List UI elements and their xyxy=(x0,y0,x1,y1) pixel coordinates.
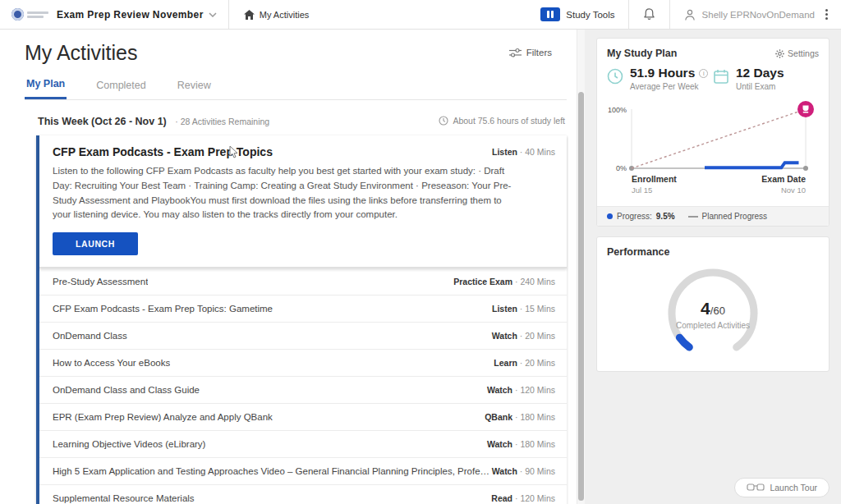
user-menu[interactable]: Shelly EPRNovOnDemand xyxy=(670,0,841,29)
info-icon[interactable]: i xyxy=(699,69,708,78)
activity-title: OnDemand Class xyxy=(53,331,127,341)
right-panel: My Study Plan Settings xyxy=(585,30,841,504)
filters-button[interactable]: Filters xyxy=(509,48,552,57)
glasses-icon xyxy=(747,483,765,492)
study-plan-stats: 51.9 Hours i Average Per Week 12 Da xyxy=(597,64,829,96)
chevron-down-icon[interactable] xyxy=(209,12,217,17)
svg-text:Nov 10: Nov 10 xyxy=(781,186,806,195)
activity-title: CFP Exam Podcasts - Exam Prep Topics xyxy=(53,145,555,158)
activity-title: Pre-Study Assessment xyxy=(53,277,148,286)
activity-title: CFP Exam Podcasts - Exam Prep Topics: Ga… xyxy=(53,304,273,314)
activities-main: My Activities Filters My Plan Completed … xyxy=(0,30,585,504)
activity-row[interactable]: How to Access Your eBooksLearn 20 Mins xyxy=(39,350,567,377)
notifications-button[interactable] xyxy=(629,0,669,29)
tab-review[interactable]: Review xyxy=(176,78,213,99)
stat-hours-per-week: 51.9 Hours i Average Per Week xyxy=(607,66,713,91)
launch-tour-button[interactable]: Launch Tour xyxy=(734,478,830,497)
activity-title: Supplemental Resource Materials xyxy=(53,493,195,503)
activity-title: High 5 Exam Application and Testing Appr… xyxy=(53,466,492,476)
activity-meta: Listen 15 Mins xyxy=(492,304,555,314)
kebab-menu-icon[interactable] xyxy=(825,9,828,20)
scrollbar-thumb[interactable] xyxy=(578,92,584,501)
actual-progress-line xyxy=(705,163,799,167)
gauge-readout: 4/60 Completed Activities xyxy=(597,299,829,330)
activity-meta: Watch 120 Mins xyxy=(487,385,555,395)
page-title: My Activities xyxy=(25,41,567,65)
product-switcher[interactable]: Exam Prep Review November xyxy=(57,9,204,21)
study-progress-chart: 100% 0% Enrollment Jul 15 Exam Date Nov … xyxy=(597,98,829,206)
tab-bar: My Plan Completed Review xyxy=(25,78,567,100)
legend-planned: Planned Progress xyxy=(688,212,768,221)
tab-my-plan[interactable]: My Plan xyxy=(25,78,67,99)
study-plan-title: My Study Plan xyxy=(607,48,677,59)
home-icon xyxy=(244,10,255,20)
svg-text:Jul 15: Jul 15 xyxy=(632,186,652,195)
brand-logo[interactable] xyxy=(0,8,48,21)
calendar-icon xyxy=(713,68,729,85)
activity-description: Listen to the following CFP Exam Podcast… xyxy=(53,164,517,222)
clock-icon xyxy=(607,68,623,85)
chart-legend: Progress: 9.5% Planned Progress xyxy=(597,206,829,226)
activity-title: How to Access Your eBooks xyxy=(53,358,170,368)
svg-text:Enrollment: Enrollment xyxy=(632,174,677,184)
study-hours-left: About 75.6 hours of study left xyxy=(439,116,565,126)
svg-text:0%: 0% xyxy=(616,164,627,172)
activity-meta: QBank 180 Mins xyxy=(485,412,555,422)
performance-card: Performance 4/60 Completed Activities xyxy=(596,236,830,372)
activity-title: EPR (Exam Prep Review) Analyze and Apply… xyxy=(53,412,273,422)
activity-row[interactable]: Pre-Study AssessmentPractice Exam 240 Mi… xyxy=(39,268,567,296)
activity-list: Pre-Study AssessmentPractice Exam 240 Mi… xyxy=(39,268,567,504)
svg-text:Exam Date: Exam Date xyxy=(761,174,806,184)
vertical-scrollbar[interactable] xyxy=(577,30,585,504)
week-header: This Week (Oct 26 - Nov 1) 28 Activities… xyxy=(36,107,567,135)
activity-row[interactable]: EPR (Exam Prep Review) Analyze and Apply… xyxy=(39,404,567,431)
activity-meta: Watch 20 Mins xyxy=(492,331,555,341)
study-plan-card: My Study Plan Settings xyxy=(596,38,830,227)
activity-row[interactable]: OnDemand ClassWatch 20 Mins xyxy=(39,323,567,350)
activity-meta: Listen 40 Mins xyxy=(492,147,555,157)
study-tools-icon xyxy=(540,7,560,21)
svg-text:100%: 100% xyxy=(608,106,627,114)
tab-completed[interactable]: Completed xyxy=(94,78,147,99)
gear-icon xyxy=(775,49,784,58)
legend-progress: Progress: 9.5% xyxy=(607,212,675,221)
week-remaining-count: 28 Activities Remaining xyxy=(175,117,269,126)
activity-list-block: CFP Exam Podcasts - Exam Prep Topics Lis… xyxy=(36,135,567,504)
activity-meta: Practice Exam 240 Mins xyxy=(453,277,555,286)
exam-goal-marker xyxy=(797,101,814,117)
activity-title: OnDemand Class and Class Guide xyxy=(53,385,200,395)
study-tools-button[interactable]: Study Tools xyxy=(527,0,627,29)
top-bar: Exam Prep Review November My Activities … xyxy=(0,0,841,30)
activity-row[interactable]: CFP Exam Podcasts - Exam Prep Topics: Ga… xyxy=(39,296,567,323)
activity-row[interactable]: Learning Objective Videos (eLibrary)Watc… xyxy=(39,431,567,458)
planned-progress-line xyxy=(632,109,806,168)
week-title: This Week (Oct 26 - Nov 1) xyxy=(38,116,167,127)
settings-button[interactable]: Settings xyxy=(775,48,819,58)
activity-title: Learning Objective Videos (eLibrary) xyxy=(53,439,205,449)
activity-row[interactable]: Supplemental Resource MaterialsRead 120 … xyxy=(39,485,567,504)
activity-meta: Watch 90 Mins xyxy=(492,466,555,476)
stat-days-until-exam: 12 Days Until Exam xyxy=(713,66,819,91)
launch-button[interactable]: LAUNCH xyxy=(53,232,138,255)
filters-icon xyxy=(509,48,522,57)
logo-icon xyxy=(11,8,24,21)
clock-icon xyxy=(439,116,448,126)
bell-icon xyxy=(642,7,656,21)
person-icon xyxy=(683,8,696,21)
performance-title: Performance xyxy=(607,246,669,258)
progress-dot-icon xyxy=(607,213,613,219)
nav-my-activities[interactable]: My Activities xyxy=(229,10,324,20)
activity-meta: Watch 180 Mins xyxy=(487,439,555,449)
featured-activity-card[interactable]: CFP Exam Podcasts - Exam Prep Topics Lis… xyxy=(39,135,567,268)
logo-wordmark xyxy=(27,11,48,18)
activity-meta: Read 120 Mins xyxy=(491,493,555,503)
activity-meta: Learn 20 Mins xyxy=(494,358,555,368)
activity-row[interactable]: OnDemand Class and Class GuideWatch 120 … xyxy=(39,377,567,404)
dash-icon xyxy=(688,216,698,218)
activity-row[interactable]: High 5 Exam Application and Testing Appr… xyxy=(39,458,567,485)
